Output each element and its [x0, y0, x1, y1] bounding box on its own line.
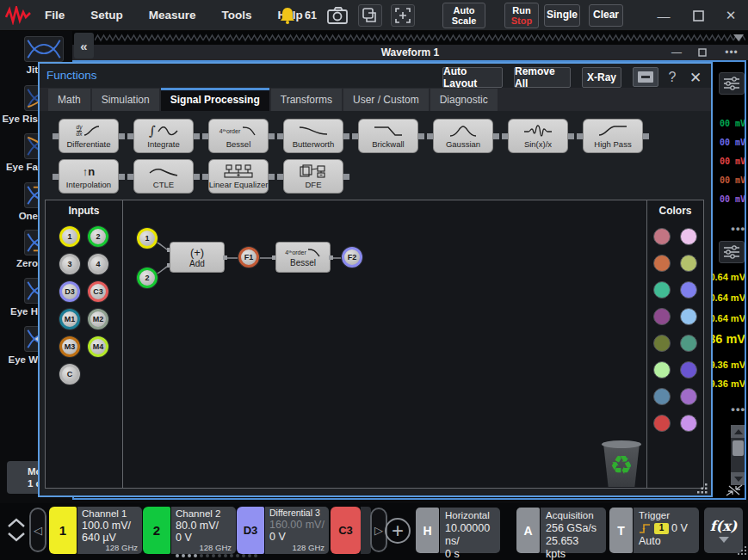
input-node-m2[interactable]: M2 — [88, 309, 108, 329]
channel-1-descriptor[interactable]: 1 Channel 1 100.0 mV/ 640 µV 128 GHz — [49, 507, 142, 554]
input-node-m1[interactable]: M1 — [59, 309, 80, 329]
dialog-minimize-icon[interactable] — [633, 67, 658, 87]
palette-block-integrate[interactable]: ∫ Integrate — [133, 119, 194, 153]
tab-user-custom[interactable]: User / Custom — [343, 89, 429, 111]
expand-descriptors-icon[interactable] — [5, 510, 28, 550]
input-node-m3[interactable]: M3 — [59, 336, 80, 357]
right-scrollbar[interactable] — [731, 425, 745, 485]
color-swatch[interactable] — [653, 281, 671, 298]
canvas-block-bessel[interactable]: 4ᵗʰorder Bessel — [275, 242, 331, 273]
waveform-maximize-icon[interactable] — [693, 45, 712, 60]
remove-all-button[interactable]: Remove All — [514, 67, 571, 88]
palette-block-butterworth[interactable]: Butterworth — [283, 119, 343, 153]
scrollbar-thumb[interactable] — [733, 440, 744, 456]
canvas-node-ch2[interactable]: 2 — [137, 268, 158, 288]
color-swatch[interactable] — [680, 415, 697, 432]
palette-block-linear-equalizer[interactable]: Linear Equalizer — [208, 159, 269, 194]
differential-3-descriptor[interactable]: D3 Differential 3 160.00 mV/ 0 V 128 GHz — [237, 507, 329, 554]
tab-diagnostic[interactable]: Diagnostic — [430, 89, 498, 111]
dialog-help-button[interactable]: ? — [664, 68, 681, 87]
menu-setup[interactable]: Setup — [90, 9, 123, 22]
palette-block-high-pass[interactable]: High Pass — [583, 119, 643, 153]
color-swatch[interactable] — [653, 255, 671, 272]
dialog-resize-grip[interactable] — [696, 483, 708, 495]
menu-file[interactable]: File — [45, 9, 65, 22]
scroll-up-icon[interactable] — [731, 425, 745, 438]
color-swatch[interactable] — [680, 255, 697, 272]
tab-signal-processing[interactable]: Signal Processing — [161, 88, 269, 111]
window-close-icon[interactable]: ✕ — [721, 7, 740, 24]
input-node-c2[interactable]: 2 — [88, 226, 108, 247]
collapse-panel-left-icon[interactable]: « — [74, 33, 94, 58]
display-layout-icon[interactable] — [358, 4, 382, 27]
run-stop-button[interactable]: RunStop — [504, 3, 539, 28]
auto-scale-button[interactable]: AutoScale — [442, 3, 485, 28]
acquisition-descriptor[interactable]: A Acquisition 256 GSa/s 25.653 kpts — [516, 508, 606, 553]
timeline-overview-strip[interactable] — [72, 31, 748, 45]
color-swatch[interactable] — [680, 281, 697, 298]
color-swatch[interactable] — [680, 228, 697, 245]
tab-transforms[interactable]: Transforms — [271, 89, 342, 111]
tab-simulation[interactable]: Simulation — [92, 89, 159, 111]
palette-block-sinc[interactable]: Sin(x)/x — [508, 119, 568, 153]
scrollbar-track[interactable] — [731, 438, 745, 472]
horizontal-descriptor[interactable]: H Horizontal 10.00000 ns/ 0 s — [416, 508, 500, 553]
color-swatch[interactable] — [680, 388, 697, 405]
palette-block-ctle[interactable]: CTLE — [133, 159, 194, 194]
channel-2-descriptor[interactable]: 2 Channel 2 80.0 mV/ 0 V 128 GHz — [143, 507, 236, 554]
c3-descriptor[interactable]: C3 — [331, 507, 361, 554]
palette-block-brickwall[interactable]: Brickwall — [358, 119, 418, 153]
palette-block-gaussian[interactable]: Gaussian — [433, 119, 493, 153]
palette-block-dfe[interactable]: DFE — [283, 159, 343, 194]
input-node-c[interactable]: C — [59, 364, 80, 385]
strip-dropdown-icon[interactable] — [733, 34, 744, 41]
color-swatch[interactable] — [680, 335, 697, 352]
color-swatch[interactable] — [653, 415, 671, 432]
input-node-m4[interactable]: M4 — [88, 336, 108, 357]
color-swatch[interactable] — [653, 335, 671, 352]
panel-menu-icon[interactable]: ••• — [731, 222, 745, 235]
input-node-c3[interactable]: 3 — [59, 254, 80, 274]
palette-block-interpolation[interactable]: ↑n Interpolation — [59, 159, 119, 194]
waveform-minimize-icon[interactable]: — — [667, 45, 686, 60]
palette-block-differentiate[interactable]: dydx Differentiate — [59, 119, 119, 153]
tab-math[interactable]: Math — [48, 89, 90, 111]
add-trace-icon[interactable]: + — [385, 518, 411, 544]
menu-measure[interactable]: Measure — [149, 9, 196, 22]
canvas-node-f1[interactable]: F1 — [238, 247, 259, 268]
panel-menu-icon[interactable]: ••• — [731, 403, 745, 415]
canvas-block-add[interactable]: (+) Add — [170, 242, 225, 273]
add-view-icon[interactable] — [391, 4, 415, 27]
trace-settings-icon[interactable] — [719, 72, 745, 95]
color-swatch[interactable] — [653, 388, 671, 405]
color-swatch[interactable] — [653, 228, 671, 245]
menu-tools[interactable]: Tools — [222, 9, 252, 22]
color-swatch[interactable] — [680, 308, 697, 325]
xray-button[interactable]: X-Ray — [582, 67, 621, 88]
color-swatch[interactable] — [653, 361, 671, 378]
color-swatch[interactable] — [653, 308, 671, 325]
screen-resize-grip[interactable] — [737, 546, 747, 557]
screenshot-camera-icon[interactable] — [325, 4, 349, 27]
single-button[interactable]: Single — [544, 4, 580, 27]
auto-layout-button[interactable]: Auto Layout — [442, 67, 503, 88]
input-node-c4[interactable]: 4 — [88, 254, 108, 274]
input-node-d3[interactable]: D3 — [59, 281, 80, 302]
clear-button[interactable]: Clear — [589, 4, 623, 27]
scroll-channels-left-icon[interactable]: ◁ — [29, 508, 46, 552]
function-canvas[interactable]: 1 2 (+) Add F1 4ᵗʰorder Bessel — [123, 200, 646, 488]
palette-block-bessel[interactable]: 4ᵗʰorder Bessel — [208, 119, 269, 153]
collapse-readouts-icon[interactable] — [725, 483, 744, 497]
window-minimize-icon[interactable]: — — [654, 7, 673, 24]
window-maximize-icon[interactable] — [689, 7, 708, 24]
waveform-window-titlebar[interactable]: Waveform 1 — ••• — [72, 45, 748, 60]
measure-settings-icon[interactable] — [719, 241, 745, 263]
waveform-menu-icon[interactable]: ••• — [722, 45, 741, 60]
canvas-node-ch1[interactable]: 1 — [137, 228, 158, 249]
trash-drop-zone[interactable]: ♻ — [601, 440, 642, 487]
color-swatch[interactable] — [680, 361, 697, 378]
dialog-close-icon[interactable]: ✕ — [685, 68, 706, 87]
notification-bell-icon[interactable] — [275, 4, 300, 27]
trigger-descriptor[interactable]: T Trigger 1 0 V Auto — [609, 508, 699, 553]
canvas-node-f2[interactable]: F2 — [342, 247, 362, 268]
